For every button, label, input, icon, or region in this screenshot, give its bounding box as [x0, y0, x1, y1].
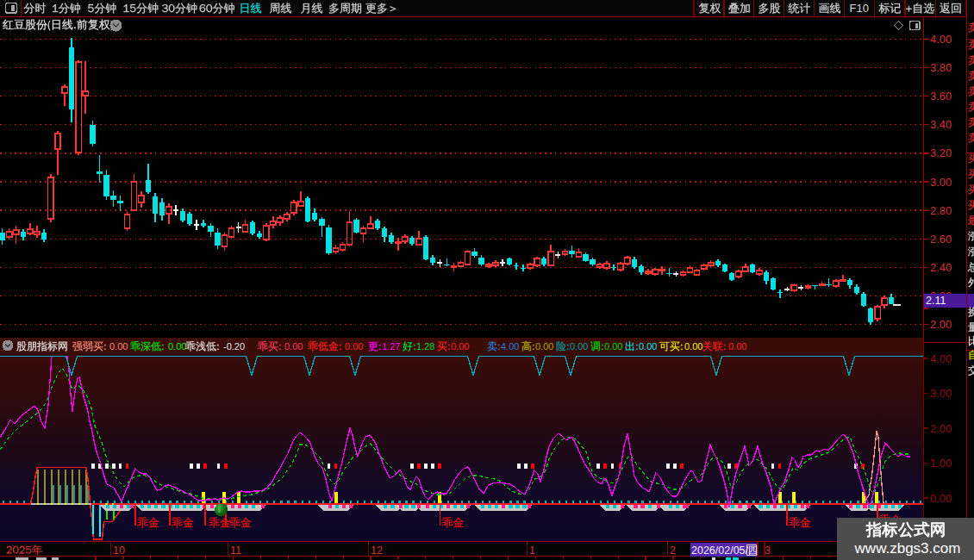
svg-text:www.zbgs3.com: www.zbgs3.com: [854, 540, 961, 557]
svg-text:0.00: 0.00: [570, 341, 588, 352]
svg-text:F10: F10: [850, 2, 869, 15]
svg-text:0.00: 0.00: [284, 341, 303, 352]
svg-text:4.00: 4.00: [501, 341, 519, 352]
svg-text:0.00: 0.00: [639, 341, 657, 352]
svg-text:1.27: 1.27: [382, 341, 400, 352]
svg-text:4.00: 4.00: [930, 352, 952, 365]
svg-text:0.00: 0.00: [728, 341, 746, 352]
svg-text:3.00: 3.00: [930, 176, 952, 189]
svg-text:0.00: 0.00: [535, 341, 553, 352]
svg-text:3.00: 3.00: [930, 387, 952, 400]
svg-text:2.60: 2.60: [930, 233, 952, 246]
svg-text:10: 10: [113, 544, 125, 557]
svg-text:12: 12: [371, 544, 383, 557]
svg-text:0.00: 0.00: [451, 341, 469, 352]
svg-text:0.00: 0.00: [930, 492, 952, 505]
svg-text:2026/02/05/: 2026/02/05/: [691, 544, 749, 557]
svg-text:1.28: 1.28: [416, 341, 434, 352]
svg-text:2.11: 2.11: [926, 295, 946, 307]
svg-text:-0.20: -0.20: [223, 341, 245, 352]
svg-text:2.00: 2.00: [930, 422, 952, 435]
svg-text:0.00: 0.00: [604, 341, 622, 352]
svg-text:4.00: 4.00: [930, 33, 952, 46]
svg-text:2.00: 2.00: [930, 318, 952, 331]
svg-text:3.20: 3.20: [930, 146, 952, 159]
svg-text:3.40: 3.40: [930, 118, 952, 131]
svg-text:2.80: 2.80: [930, 204, 952, 217]
svg-text:2.40: 2.40: [930, 261, 952, 274]
svg-text:0.00: 0.00: [345, 341, 363, 352]
svg-text:1.00: 1.00: [930, 457, 952, 470]
svg-text:11: 11: [230, 544, 241, 557]
svg-text:1: 1: [529, 544, 535, 557]
svg-text:3.60: 3.60: [930, 90, 952, 103]
svg-text:2: 2: [670, 544, 676, 557]
svg-text:3: 3: [765, 544, 771, 557]
svg-text:0.00: 0.00: [109, 341, 128, 352]
svg-text:0.00: 0.00: [684, 341, 702, 352]
svg-text:3.80: 3.80: [930, 61, 952, 74]
svg-text:0.00: 0.00: [168, 341, 186, 352]
